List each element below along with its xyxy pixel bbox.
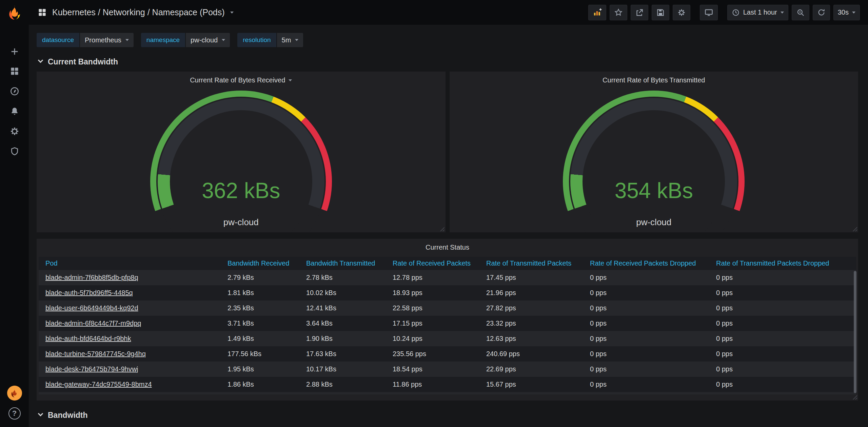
pod-link[interactable]: blade-auth-bfd6464bd-r9bhk [45, 335, 131, 342]
sidebar-item-explore[interactable] [9, 86, 20, 96]
table-cell: 17.63 kBs [302, 346, 389, 362]
pod-link[interactable]: blade-admin-7f6bb8f5db-pfp8q [45, 274, 138, 281]
column-header[interactable]: Rate of Transmitted Packets [482, 257, 586, 270]
table-cell: 27.82 pps [482, 300, 586, 316]
grafana-flame-icon [9, 388, 20, 398]
table-cell: 3.71 kBs [223, 316, 302, 331]
chevron-down-icon [230, 12, 234, 14]
column-header[interactable]: Pod [39, 257, 223, 270]
star-icon [614, 8, 623, 17]
template-variables: datasource Prometheus namespace pw-cloud… [37, 33, 858, 47]
pod-link[interactable]: blade-admin-6f8c44c7f7-m9dpq [45, 319, 141, 327]
column-header[interactable]: Rate of Received Packets [389, 257, 482, 270]
panel-title[interactable]: Current Rate of Bytes Received [37, 72, 446, 84]
table-cell: 1.49 kBs [223, 331, 302, 346]
pod-link[interactable]: blade-user-6b649449b4-kq92d [45, 304, 138, 312]
cycle-view-button[interactable] [700, 5, 718, 20]
table-cell: 0 pps [586, 331, 712, 346]
table-cell: 21.96 pps [482, 285, 586, 300]
variable-value-dropdown[interactable]: 5m [277, 33, 303, 47]
table-cell: 1.90 kBs [302, 331, 389, 346]
sidebar-item-create[interactable] [10, 47, 19, 56]
table-row: blade-user-6b649449b4-kq92d2.35 kBs12.41… [39, 300, 856, 316]
help-icon[interactable] [8, 407, 21, 420]
column-header[interactable]: Bandwidth Transmitted [302, 257, 389, 270]
table-cell: 12.41 kBs [302, 300, 389, 316]
refresh-button[interactable] [813, 5, 830, 20]
table-row: blade-message-6dc46477cb-hks2n5.57 kBs50… [39, 392, 856, 394]
time-range-button[interactable]: Last 1 hour [727, 5, 788, 20]
table-cell: 17.15 pps [389, 316, 482, 331]
panel-title-text: Current Rate of Bytes Transmitted [603, 76, 705, 84]
section-toggle-current-bandwidth[interactable]: Current Bandwidth [37, 57, 858, 67]
refresh-interval-button[interactable]: 30s [833, 5, 860, 20]
add-panel-button[interactable] [588, 5, 606, 20]
column-header[interactable]: Rate of Transmitted Packets Dropped [712, 257, 856, 270]
column-header[interactable]: Bandwidth Received [223, 257, 302, 270]
grafana-logo[interactable] [6, 4, 23, 22]
share-button[interactable] [631, 5, 648, 20]
sidebar-item-server-admin[interactable] [10, 147, 19, 156]
variable-value-dropdown[interactable]: pw-cloud [186, 33, 230, 47]
main-area: Kubernetes / Networking / Namespace (Pod… [29, 0, 868, 427]
star-button[interactable] [610, 5, 627, 20]
pod-link[interactable]: blade-turbine-579847745c-9g4hq [45, 350, 146, 357]
sidebar [0, 0, 29, 427]
sidebar-item-configuration[interactable] [9, 126, 20, 136]
zoom-out-button[interactable] [792, 5, 809, 20]
table-cell: 0 pps [586, 300, 712, 316]
save-button[interactable] [652, 5, 669, 20]
table-cell: blade-auth-bfd6464bd-r9bhk [39, 331, 223, 346]
table-row: blade-auth-bfd6464bd-r9bhk1.49 kBs1.90 k… [39, 331, 856, 346]
table-cell: blade-turbine-579847745c-9g4hq [39, 346, 223, 362]
section-toggle-bandwidth[interactable]: Bandwidth [37, 410, 858, 420]
table-cell: 3.64 kBs [302, 316, 389, 331]
dashboard-settings-button[interactable] [673, 5, 690, 20]
alerting-bell-icon [10, 106, 19, 116]
table-row: blade-gateway-74dc975549-8bmz41.86 kBs2.… [39, 377, 856, 392]
table-cell: 11.86 pps [389, 377, 482, 392]
sidebar-item-alerting[interactable] [10, 106, 19, 116]
refresh-icon [817, 8, 826, 17]
refresh-interval-label: 30s [838, 8, 849, 16]
column-header[interactable]: Rate of Received Packets Dropped [586, 257, 712, 270]
table-cell: 2.78 kBs [302, 270, 389, 285]
panel-resize-handle[interactable] [852, 394, 857, 400]
user-avatar[interactable] [7, 386, 22, 401]
gauge-series-label: pw-cloud [450, 217, 859, 228]
sidebar-item-dashboards[interactable] [10, 66, 19, 76]
table-cell: 0 pps [586, 392, 712, 394]
server-admin-shield-icon [10, 147, 19, 156]
table-cell: 12.63 pps [482, 331, 586, 346]
chevron-down-icon [781, 12, 784, 14]
table-cell: 10.02 kBs [302, 285, 389, 300]
variable-value-dropdown[interactable]: Prometheus [80, 33, 134, 47]
table-cell: blade-user-6b649449b4-kq92d [39, 300, 223, 316]
table-cell: 0 pps [586, 346, 712, 362]
table-cell: 1.95 kBs [223, 362, 302, 377]
explore-compass-icon [9, 86, 20, 96]
table-cell: 50.27 kBs [302, 392, 389, 394]
gauge-value: 362 kBs [202, 178, 280, 203]
dashboard-title-button[interactable]: Kubernetes / Networking / Namespace (Pod… [38, 7, 234, 17]
table-cell: 0 pps [586, 377, 712, 392]
table-cell: 2.79 kBs [223, 270, 302, 285]
table-cell: blade-auth-5f7bd96ff5-4485q [39, 285, 223, 300]
gauge-panel-bytes-received: Current Rate of Bytes Received 362 kBs p… [37, 72, 446, 232]
table-scrollbar[interactable] [854, 271, 856, 393]
panel-title[interactable]: Current Rate of Bytes Transmitted [450, 72, 859, 84]
table-cell: 10.17 kBs [302, 362, 389, 377]
gear-icon [677, 8, 686, 17]
table-cell: 10.24 pps [389, 331, 482, 346]
pod-link[interactable]: blade-auth-5f7bd96ff5-4485q [45, 289, 133, 296]
pod-link[interactable]: blade-gateway-74dc975549-8bmz4 [45, 381, 152, 388]
table-cell: blade-message-6dc46477cb-hks2n [39, 392, 223, 394]
panel-title[interactable]: Current Status [37, 239, 858, 251]
pod-link[interactable]: blade-desk-7b6475b794-9hvwj [45, 365, 138, 373]
table-cell: 22.58 pps [389, 300, 482, 316]
table-cell: 1.86 kBs [223, 377, 302, 392]
status-table: PodBandwidth ReceivedBandwidth Transmitt… [37, 257, 858, 394]
table-cell: 68.66 pps [482, 392, 586, 394]
time-range-label: Last 1 hour [743, 8, 777, 16]
chevron-down-icon [125, 39, 129, 41]
